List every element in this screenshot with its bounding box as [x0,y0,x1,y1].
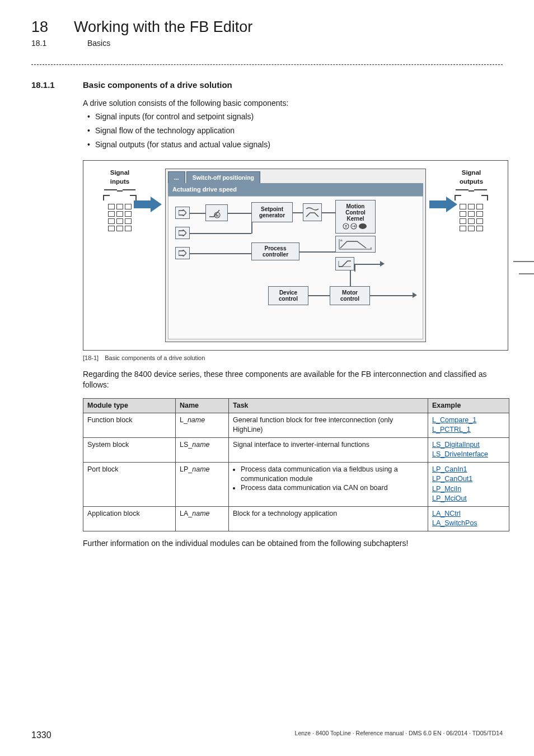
figure-caption-tag: [18-1] [83,354,99,361]
intro-bullet: Signal outputs (for status and actual va… [95,139,503,150]
td-example: LP_CanIn1 LP_CanOut1 LP_MciIn LP_MciOut [428,462,509,506]
table-row: System block LS_name Signal interface to… [83,437,509,462]
node-motor-control: Motor control [330,286,370,305]
node-device-control: Device control [268,286,308,305]
td-example: LA_NCtrl LA_SwitchPos [428,506,509,531]
figure-drive-solution: Signal inputs Signal outputs [83,160,508,351]
td-name: LA_name [176,506,229,531]
td-example: LS_DigitalInput LS_DriveInterface [428,437,509,462]
doc-header-line1: 18 Working with the FB Editor [31,17,503,37]
wire [322,212,335,213]
label: outputs [446,178,496,186]
svg-marker-4 [179,250,186,256]
example-link[interactable]: LP_CanOut1 [432,475,472,483]
profile-block-icon [303,203,322,221]
wire [251,222,252,234]
graph-block-icon: t n [335,236,376,253]
figure-strip-actuating: Actuating drive speed [168,183,423,196]
td-task: Signal interface to inverter-internal fu… [229,437,428,462]
name-ital: name [188,416,205,424]
example-link[interactable]: LP_MciOut [432,494,467,502]
label: Process [265,245,287,251]
example-link[interactable]: LP_MciIn [432,485,461,493]
footer-meta: Lenze · 8400 TopLine · Reference manual … [295,729,503,741]
section-number: 18.1 [31,38,62,49]
name-ital: name [192,441,209,449]
input-port-icon [175,247,190,259]
example-link[interactable]: LP_CanIn1 [432,465,467,473]
td-module-type: Application block [83,506,176,531]
wire [190,213,205,214]
label: Kernel [346,216,364,222]
td-name: LP_name [176,462,229,506]
td-module-type: Port block [83,462,176,506]
arrow-right-icon [429,197,457,212]
figure-tabbar: ... Switch-off positioning [166,169,425,183]
io-grid-icon [107,204,133,231]
wire [299,251,335,253]
th-example: Example [428,398,509,413]
subsection-heading: 18.1.1 Basic components of a drive solut… [31,80,503,91]
intro-bullet: Signal flow of the technology applicatio… [95,125,503,136]
td-example: L_Compare_1 L_PCTRL_1 [428,413,509,437]
input-port-icon [175,227,190,239]
svg-marker-1 [429,197,457,212]
after-figure-block: Regarding the 8400 device series, these … [83,369,503,390]
arrowhead-icon [380,261,385,267]
section-title: Basics [87,38,110,49]
wire [190,253,251,254]
closing-paragraph: Further information on the individual mo… [83,538,503,549]
example-link[interactable]: LS_DriveInterface [432,450,488,458]
node-setpoint-generator: Setpoint generator [251,202,293,222]
task-bullet: Process data communication via CAN on bo… [241,483,424,493]
th-name: Name [176,398,229,413]
th-module-type: Module type [83,398,176,413]
example-link[interactable]: LS_DigitalInput [432,441,480,449]
table-row: Port block LP_name Process data communic… [83,462,509,506]
svg-marker-2 [179,209,186,216]
example-link[interactable]: LA_SwitchPos [432,519,477,527]
name-ital: name [192,510,209,517]
figure-motor-schematic: M [513,245,534,340]
label: control [279,296,298,302]
wire [354,264,355,272]
name-ital: name [192,465,209,473]
label: control [340,296,359,302]
td-task: Process data communication via a fieldbu… [229,462,428,506]
bracket-icon [456,189,487,199]
intro-paragraph: A drive solution consists of the followi… [83,98,503,109]
example-link[interactable]: L_Compare_1 [432,416,476,424]
intro-block: A drive solution consists of the followi… [83,98,503,151]
svg-marker-3 [179,230,186,236]
svg-point-9 [359,223,367,229]
label: Device [279,290,297,296]
td-name: L_name [176,413,229,437]
paragraph: Regarding the 8400 device series, these … [83,369,503,390]
arrow-right-icon [134,197,162,212]
task-bullet: Process data communication via a fieldbu… [241,465,424,484]
figure-tab-switchoff: Switch-off positioning [186,171,260,183]
example-link[interactable]: L_PCTRL_1 [432,426,471,433]
wire [190,233,251,234]
label: Motion [346,203,365,209]
subsection-title: Basic components of a drive solution [83,80,232,91]
svg-text:M: M [216,214,219,217]
name-prefix: LS_ [180,441,192,449]
td-task: General function block for free intercon… [229,413,428,437]
wire [293,212,303,213]
wire [354,264,382,265]
wire [350,270,351,286]
label: generator [259,212,285,218]
intro-bullet: Signal inputs (for control and setpoint … [95,111,503,122]
td-module-type: System block [83,437,176,462]
label: Motor [342,290,358,296]
figure-caption: [18-1] Basic components of a drive solut… [83,354,503,362]
module-types-table: Module type Name Task Example Function b… [83,398,509,531]
svg-marker-0 [134,197,162,212]
header-divider [31,64,503,65]
page-number: 1330 [31,729,51,741]
example-link[interactable]: LA_NCtrl [432,510,461,517]
table-header-row: Module type Name Task Example [83,398,509,413]
wire [308,295,330,296]
name-prefix: L_ [180,416,188,424]
